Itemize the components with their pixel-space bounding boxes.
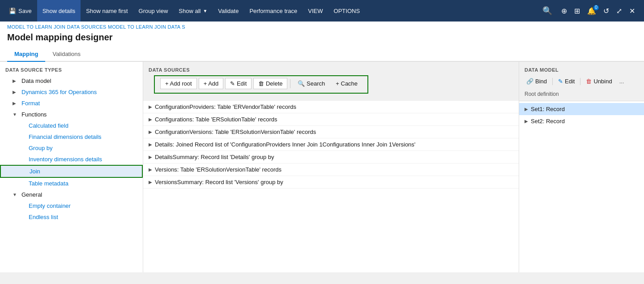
search-button[interactable]: 🔍 Search	[293, 78, 329, 89]
left-panel: DATA SOURCE TYPES ▶ Data model ▶ Dynamic…	[0, 62, 143, 272]
tree-item-format[interactable]: ▶ Format	[0, 98, 143, 109]
ds-item-4[interactable]: ▶ DetailsSummary: Record list 'Details' …	[143, 151, 519, 164]
tree-item-table-metadata[interactable]: Table metadata	[0, 178, 143, 189]
data-model-header: DATA MODEL	[519, 62, 644, 75]
main-toolbar: 💾 Save Show details Show name first Grou…	[0, 0, 644, 22]
edit-button[interactable]: ✎ Edit	[225, 78, 252, 89]
tree-item-join[interactable]: Join	[0, 165, 143, 178]
save-icon: 💾	[9, 8, 16, 14]
unbind-button[interactable]: 🗑 Unbind	[584, 77, 614, 86]
ds-item-0[interactable]: ▶ ConfigurationProviders: Table 'ERVendo…	[143, 101, 519, 113]
tree-item-endless-list[interactable]: Endless list	[0, 211, 143, 223]
group-view-button[interactable]: Group view	[133, 0, 174, 22]
tree-item-general[interactable]: ▼ General	[0, 189, 143, 200]
ds-arrow-6: ▶	[149, 180, 152, 185]
ds-arrow-0: ▶	[149, 104, 152, 109]
tab-mapping[interactable]: Mapping	[7, 47, 45, 62]
ds-item-3[interactable]: ▶ Details: Joined Record list of 'Config…	[143, 138, 519, 151]
view-button[interactable]: VIEW	[303, 0, 328, 22]
datasources-toolbar: + Add root + Add ✎ Edit 🗑 Delete 🔍 Searc…	[154, 75, 368, 94]
tree-item-financial-dimensions[interactable]: Financial dimensions details	[0, 131, 143, 142]
datasources-list: ▶ ConfigurationProviders: Table 'ERVendo…	[143, 101, 519, 272]
options-button[interactable]: OPTIONS	[328, 0, 366, 22]
add-root-button[interactable]: + Add root	[160, 78, 197, 89]
show-all-button[interactable]: Show all ▼	[173, 0, 213, 22]
expand-arrow-functions: ▼	[13, 112, 20, 117]
ds-arrow-1: ▶	[149, 117, 152, 122]
refresh-icon[interactable]: ↺	[601, 5, 611, 17]
tree-item-inventory-dimensions[interactable]: Inventory dimensions details	[0, 154, 143, 165]
center-panel: DATA SOURCES + Add root + Add ✎ Edit 🗑 D…	[143, 62, 519, 272]
popout-icon[interactable]: ⤢	[614, 5, 624, 17]
dm-edit-button[interactable]: ✎ Edit	[556, 77, 576, 86]
page-title-section: Model mapping designer	[0, 30, 644, 47]
dm-item-0[interactable]: ▶ Set1: Record	[519, 103, 644, 115]
office-icon[interactable]: ⊞	[572, 5, 582, 17]
tree-item-data-model[interactable]: ▶ Data model	[0, 75, 143, 86]
dm-separator-2	[580, 78, 580, 85]
dm-arrow-1: ▶	[525, 119, 528, 124]
root-definition-label: Root definition	[519, 89, 644, 101]
show-details-button[interactable]: Show details	[37, 0, 81, 22]
data-model-list: ▶ Set1: Record ▶ Set2: Record	[519, 101, 644, 272]
add-button[interactable]: + Add	[199, 78, 224, 89]
dm-item-1[interactable]: ▶ Set2: Record	[519, 115, 644, 127]
connected-icon[interactable]: ⊕	[559, 5, 569, 17]
delete-button[interactable]: 🗑 Delete	[253, 78, 287, 89]
ds-arrow-5: ▶	[149, 167, 152, 172]
tab-bar: Mapping Validations	[0, 47, 644, 62]
collapse-arrow-format: ▶	[13, 101, 20, 106]
collapse-arrow-data-model: ▶	[13, 78, 20, 83]
dm-separator-1	[552, 78, 553, 85]
ds-item-5[interactable]: ▶ Versions: Table 'ERSolutionVersionTabl…	[143, 164, 519, 176]
system-icons: ⊕ ⊞ 🔔 0 ↺ ⤢ ✕	[556, 5, 640, 17]
tree-item-calculated-field[interactable]: Calculated field	[0, 120, 143, 131]
global-search-icon[interactable]: 🔍	[539, 4, 556, 17]
notification-icon[interactable]: 🔔 0	[585, 5, 598, 17]
ds-item-6[interactable]: ▶ VersionsSummary: Record list 'Versions…	[143, 176, 519, 189]
collapse-arrow-dynamics365: ▶	[13, 90, 20, 95]
trash-icon: 🗑	[586, 78, 592, 85]
pencil-icon: ✎	[558, 78, 563, 85]
chevron-down-icon: ▼	[203, 9, 207, 13]
notification-badge: 0	[593, 4, 600, 11]
toolbar-separator	[290, 79, 290, 88]
ds-arrow-2: ▶	[149, 129, 152, 134]
performance-trace-button[interactable]: Performance trace	[244, 0, 303, 22]
validate-button[interactable]: Validate	[213, 0, 244, 22]
dm-arrow-0: ▶	[525, 107, 528, 112]
save-button[interactable]: 💾 Save	[4, 0, 37, 22]
bind-button[interactable]: 🔗 Bind	[525, 77, 549, 86]
breadcrumb: MODEL TO LEARN JOIN DATA SOURCES MODEL T…	[0, 22, 644, 30]
show-name-first-button[interactable]: Show name first	[81, 0, 133, 22]
expand-arrow-general: ▼	[13, 192, 20, 197]
data-source-types-header: DATA SOURCE TYPES	[0, 62, 143, 75]
ds-item-2[interactable]: ▶ ConfigurationVersions: Table 'ERSoluti…	[143, 126, 519, 138]
more-options-button[interactable]: ...	[618, 77, 626, 86]
right-panel: DATA MODEL 🔗 Bind ✎ Edit 🗑 Unbind ... Ro…	[519, 62, 644, 272]
data-sources-header: DATA SOURCES	[143, 62, 519, 75]
ds-item-1[interactable]: ▶ Configurations: Table 'ERSolutionTable…	[143, 113, 519, 126]
tree-item-dynamics365[interactable]: ▶ Dynamics 365 for Operations	[0, 86, 143, 98]
tree-item-group-by[interactable]: Group by	[0, 142, 143, 154]
close-icon[interactable]: ✕	[627, 5, 637, 17]
tree-item-empty-container[interactable]: Empty container	[0, 200, 143, 211]
tab-validations[interactable]: Validations	[45, 47, 88, 62]
cache-button[interactable]: + Cache	[331, 78, 362, 89]
main-content: DATA SOURCE TYPES ▶ Data model ▶ Dynamic…	[0, 62, 644, 272]
page-title: Model mapping designer	[7, 32, 637, 43]
link-icon: 🔗	[526, 78, 533, 85]
ds-arrow-3: ▶	[149, 142, 152, 147]
ds-arrow-4: ▶	[149, 155, 152, 159]
data-model-toolbar: 🔗 Bind ✎ Edit 🗑 Unbind ...	[519, 75, 644, 89]
tree-item-functions[interactable]: ▼ Functions	[0, 109, 143, 120]
